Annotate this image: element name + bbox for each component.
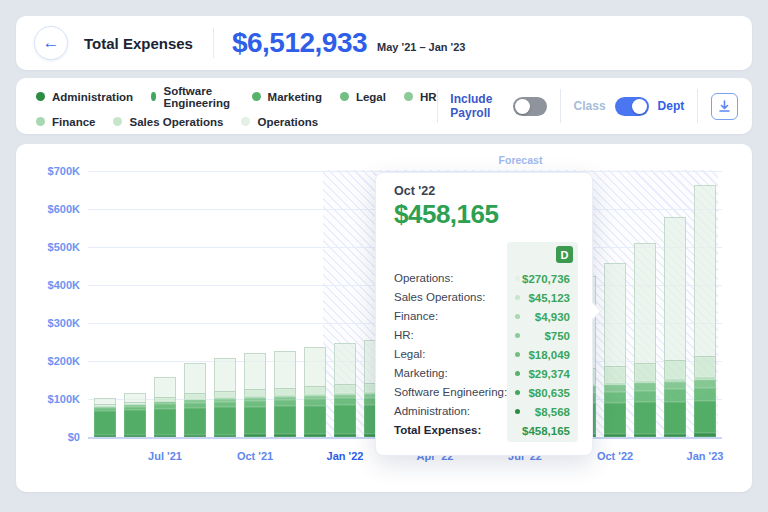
bar-segment: [94, 435, 116, 437]
bar-sep21[interactable]: [214, 358, 236, 437]
legend-dot: [151, 92, 156, 101]
legend-item-marketing[interactable]: Marketing: [252, 91, 322, 103]
bar-segment: [94, 411, 116, 435]
bar-dec22[interactable]: [664, 217, 686, 437]
bar-segment: [154, 435, 176, 437]
legend-item-sales-operations[interactable]: Sales Operations: [113, 116, 223, 128]
y-axis-tick: $300K: [28, 317, 80, 329]
tooltip-month: Oct '22: [394, 184, 574, 198]
bar-segment: [334, 434, 356, 437]
include-payroll-toggle[interactable]: [513, 97, 547, 116]
tooltip-row-label: Sales Operations:: [394, 288, 507, 307]
legend-label: Administration: [52, 91, 133, 103]
legend-label: Operations: [257, 116, 318, 128]
bar-segment: [634, 383, 656, 390]
controls-card: AdministrationSoftware EngineeringMarket…: [16, 78, 752, 134]
bar-nov21[interactable]: [274, 351, 296, 437]
legend-dot: [36, 117, 45, 126]
bar-nov22[interactable]: [634, 243, 656, 437]
tooltip-row-value: $45,123: [507, 288, 578, 307]
class-label[interactable]: Class: [574, 99, 606, 113]
bar-segment: [664, 360, 686, 380]
tooltip-row-label: Software Engineering:: [394, 383, 507, 402]
bar-jul21[interactable]: [154, 377, 176, 437]
bar-segment: [244, 407, 266, 435]
download-icon: [718, 100, 731, 113]
tooltip-row-label: Operations:: [394, 269, 507, 288]
bar-segment: [664, 217, 686, 360]
legend-item-legal[interactable]: Legal: [340, 91, 386, 103]
bar-aug21[interactable]: [184, 363, 206, 437]
tooltip-row-label: Legal:: [394, 345, 507, 364]
tooltip-row-value: $8,568: [507, 402, 578, 421]
y-axis-tick: $100K: [28, 393, 80, 405]
bar-segment: [124, 435, 146, 437]
bar-segment: [634, 243, 656, 363]
legend-dot: [404, 92, 413, 101]
bar-segment: [634, 391, 656, 403]
tooltip-row-value: $80,635: [507, 383, 578, 402]
legend-item-administration[interactable]: Administration: [36, 91, 133, 103]
bar-segment: [634, 434, 656, 437]
tooltip-labels-column: Operations:Sales Operations:Finance:HR:L…: [394, 242, 507, 442]
forecast-label: Forecast: [323, 154, 718, 166]
bar-segment: [184, 408, 206, 435]
legend-item-hr[interactable]: HR: [404, 91, 437, 103]
x-axis-tick: Oct '21: [225, 450, 285, 462]
chart-card: Forecast $700K$600K$500K$400K$300K$200K$…: [16, 144, 752, 492]
bar-segment: [244, 353, 266, 389]
bar-segment: [154, 377, 176, 397]
legend-item-finance[interactable]: Finance: [36, 116, 95, 128]
legend-dot: [241, 117, 250, 126]
download-button[interactable]: [711, 93, 738, 120]
bar-segment: [184, 363, 206, 393]
bar-segment: [604, 392, 626, 403]
bar-segment: [334, 343, 356, 385]
y-axis-tick: $400K: [28, 279, 80, 291]
legend-dot: [252, 92, 261, 101]
tooltip-row-label: Marketing:: [394, 364, 507, 383]
bar-segment: [694, 433, 716, 437]
bar-jan22[interactable]: [334, 343, 356, 437]
tooltip-values-panel: D $270,736$45,123$4,930$750$18,049$29,37…: [507, 242, 578, 442]
tooltip-row-value: $29,374: [507, 364, 578, 383]
bar-segment: [334, 398, 356, 405]
bar-oct22[interactable]: [604, 263, 626, 437]
x-axis-tick: Oct '22: [585, 450, 645, 462]
date-range: May '21 – Jan '23: [377, 41, 465, 53]
x-axis-tick: Jan '23: [675, 450, 735, 462]
bar-jan23[interactable]: [694, 185, 716, 437]
tooltip-total-amount: $458,165: [394, 199, 574, 230]
tooltip-total-value: $458,165: [507, 421, 578, 440]
bar-segment: [694, 401, 716, 433]
bar-segment: [334, 384, 356, 392]
class-dept-toggle[interactable]: [615, 97, 649, 116]
bar-segment: [274, 434, 296, 437]
legend-item-software-engineering[interactable]: Software Engineering: [151, 85, 233, 109]
bar-dec21[interactable]: [304, 347, 326, 437]
dept-label[interactable]: Dept: [658, 99, 685, 113]
legend-item-operations[interactable]: Operations: [241, 116, 318, 128]
chart-tooltip: Oct '22 $458,165 Operations:Sales Operat…: [375, 172, 593, 456]
bar-segment: [274, 351, 296, 388]
back-button[interactable]: ←: [34, 26, 68, 60]
legend-label: Finance: [52, 116, 95, 128]
include-payroll-label: Include Payroll: [450, 92, 502, 120]
x-axis-tick: Jul '21: [135, 450, 195, 462]
bar-oct21[interactable]: [244, 353, 266, 437]
bar-jun21[interactable]: [124, 393, 146, 437]
legend-dot: [340, 92, 349, 101]
bar-segment: [274, 388, 296, 395]
bar-segment: [184, 435, 206, 437]
y-axis-tick: $200K: [28, 355, 80, 367]
legend-dot: [36, 92, 45, 101]
bar-segment: [604, 434, 626, 437]
tooltip-row-label: HR:: [394, 326, 507, 345]
bar-segment: [664, 382, 686, 390]
bar-may21[interactable]: [94, 398, 116, 437]
bar-segment: [694, 388, 716, 401]
bar-segment: [274, 406, 296, 434]
bar-segment: [694, 185, 716, 356]
tooltip-row-value: $18,049: [507, 345, 578, 364]
page-title: Total Expenses: [84, 35, 193, 52]
